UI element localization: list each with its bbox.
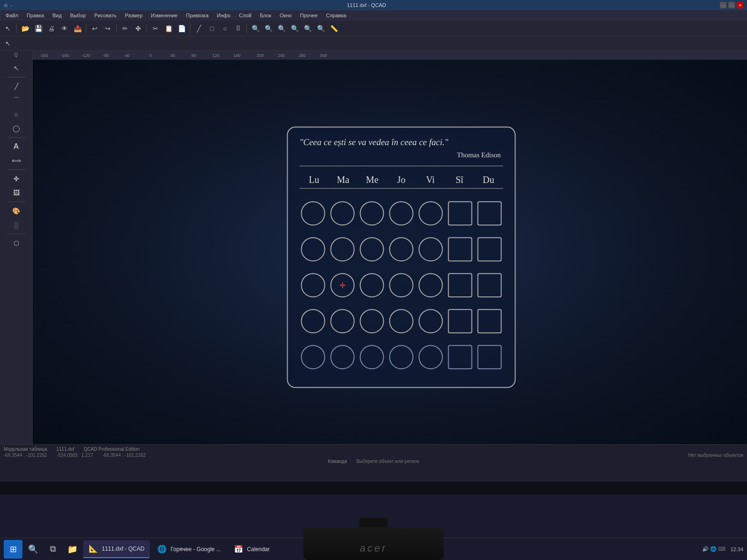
taskbar-qcad-btn[interactable]: 📐 1111.dxf - QCAD	[83, 540, 150, 558]
select-tool[interactable]: ↖	[10, 62, 23, 75]
toolbar-sep-4	[147, 24, 147, 33]
cell-r4c7	[476, 305, 503, 338]
cut-btn[interactable]: ✂	[149, 22, 162, 35]
menu-draw[interactable]: Рисовать	[91, 12, 120, 19]
day-jo: Jo	[387, 173, 416, 189]
menu-select[interactable]: Выбор	[66, 12, 90, 19]
menu-snap[interactable]: Привязка	[182, 12, 212, 19]
copy-btn[interactable]: 📋	[162, 22, 175, 35]
export-btn[interactable]: 📤	[71, 22, 84, 35]
arc-tool[interactable]: ⌒	[10, 94, 23, 107]
menu-info[interactable]: Инфо	[213, 12, 234, 19]
menu-help[interactable]: Справка	[322, 12, 350, 19]
taskbar-google-btn[interactable]: 🌐 Горячее - Google ...	[152, 540, 226, 558]
zoom-prev-btn[interactable]: 🔍	[302, 22, 314, 35]
select-tool-btn[interactable]: ↖	[2, 22, 14, 35]
toolbar-sep-3	[116, 24, 117, 33]
minimize-btn[interactable]: —	[720, 2, 726, 8]
qcad-label: 1111.dxf - QCAD	[102, 546, 144, 552]
hatch-btn[interactable]: ⠿	[232, 22, 244, 35]
print-preview-btn[interactable]: 👁	[58, 22, 70, 35]
pencil-btn[interactable]: ✏	[119, 22, 131, 35]
print-btn[interactable]: 🖨	[45, 22, 57, 35]
circle-tool[interactable]: ○	[10, 108, 23, 121]
circle	[359, 201, 384, 225]
toolbar-sep-5	[190, 24, 190, 33]
menu-file[interactable]: Файл	[2, 12, 22, 19]
cell-r4c4	[388, 305, 415, 338]
cell-r1c4	[388, 197, 415, 230]
line-btn[interactable]: ╱	[193, 22, 205, 35]
color-tool[interactable]: 🎨	[10, 204, 23, 217]
image-tool[interactable]: 🖼	[10, 186, 23, 199]
open-btn[interactable]: 📂	[19, 22, 31, 35]
redo-btn[interactable]: ↪	[102, 22, 114, 35]
cell-r4c2	[329, 305, 356, 338]
zoom-out-btn[interactable]: 🔍	[262, 22, 275, 35]
taskview-btn[interactable]: ⧉	[44, 540, 62, 558]
start-button[interactable]: ⊞	[4, 540, 22, 559]
cell-r1c7	[476, 197, 503, 230]
save-btn[interactable]: 💾	[32, 22, 44, 35]
google-label: Горячее - Google ...	[170, 546, 221, 553]
cell-r3c4	[388, 269, 415, 302]
measure-btn[interactable]: 📏	[328, 22, 340, 35]
square	[448, 237, 472, 261]
measure-tool[interactable]: ⟺	[10, 154, 23, 167]
circle	[330, 273, 354, 298]
menu-window[interactable]: Окно	[276, 12, 296, 19]
menu-dimension[interactable]: Размер	[121, 12, 147, 19]
circle	[389, 345, 413, 370]
zoom-in-btn[interactable]: 🔍	[249, 22, 261, 35]
menu-modify[interactable]: Изменение	[147, 12, 181, 19]
ellipse-tool[interactable]: ◯	[10, 122, 23, 135]
menu-edit[interactable]: Правка	[23, 12, 48, 19]
day-ma: Ma	[329, 173, 358, 189]
cell-r5c4	[388, 341, 415, 374]
zoom-all-btn[interactable]: 🔍	[275, 22, 288, 35]
snap-btn[interactable]: ✤	[132, 22, 144, 35]
ruler-mark: -40	[124, 53, 130, 58]
search-taskbar-btn[interactable]: 🔍	[24, 540, 42, 558]
window-controls[interactable]: — □ ✕	[720, 2, 743, 8]
circle	[359, 345, 384, 370]
square	[478, 201, 502, 225]
menu-view[interactable]: Вид	[49, 12, 65, 19]
circle	[301, 273, 325, 298]
menu-misc[interactable]: Прочее	[296, 12, 322, 19]
files-btn[interactable]: 📁	[63, 540, 81, 558]
cell-r2c5	[417, 233, 444, 266]
line-tool[interactable]: ╱	[10, 80, 23, 93]
undo-btn[interactable]: ↩	[89, 22, 101, 35]
cell-r5c6	[447, 341, 473, 374]
status-extra-coords: -66.3544 : -101.2262	[102, 453, 146, 458]
cell-r2c3	[359, 233, 385, 266]
cell-r5c7	[476, 341, 503, 374]
circle	[301, 309, 325, 334]
snap-tool[interactable]: ✤	[10, 172, 23, 185]
ruler-mark: -200	[40, 53, 48, 58]
paste-btn[interactable]: 📄	[176, 22, 188, 35]
zoom-sel-btn[interactable]: 🔍	[315, 22, 327, 35]
maximize-btn[interactable]: □	[728, 2, 735, 8]
close-btn[interactable]: ✕	[737, 2, 743, 8]
ruler-mark: 240	[278, 53, 285, 58]
calendar-icon: 📅	[234, 545, 243, 553]
3d-tool[interactable]: ⬡	[10, 237, 23, 250]
ruler-mark: -160	[61, 53, 69, 58]
hatch-tool[interactable]: ░	[10, 218, 23, 231]
snap-select-btn[interactable]: ↖	[2, 37, 14, 49]
taskbar-calendar-btn[interactable]: 📅 Calendar	[228, 540, 275, 558]
status-coords: -66.3544 : -101.2262	[4, 453, 47, 458]
menu-block[interactable]: Блок	[256, 12, 275, 19]
toolbar-sep-6	[247, 24, 247, 33]
rect-btn[interactable]: □	[206, 22, 218, 35]
toolbar-sep-1	[16, 24, 17, 33]
menu-layer[interactable]: Слой	[235, 12, 255, 19]
zoom-win-btn[interactable]: 🔍	[289, 22, 301, 35]
status-center-row: Команда Выберите объект или регион	[4, 459, 743, 464]
cell-r5c3	[359, 341, 385, 374]
circle-btn[interactable]: ○	[219, 22, 231, 35]
canvas-area[interactable]: "Ceea ce ești se va vedea în ceea ce fac…	[33, 60, 747, 444]
text-tool[interactable]: A	[10, 140, 23, 153]
